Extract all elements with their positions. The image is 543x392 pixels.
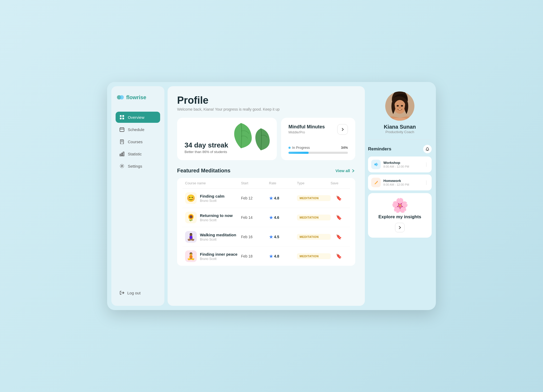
sidebar-courses-label: Courses (128, 140, 143, 144)
type-badge: MEDITATION (297, 215, 331, 220)
logo: flowrise (116, 94, 160, 101)
reminder-workshop: Workshop 8:00 AM - 12:00 PM ⋮ (368, 156, 432, 172)
bell-button[interactable] (423, 145, 432, 153)
course-card-header: Mindful Minutes Middle/Pro (288, 124, 348, 135)
streak-subtext: Better than 86% of students (185, 150, 228, 154)
course-cell: 😊 Finding calm Bruno Scott (185, 192, 241, 204)
course-info: Mindful Minutes Middle/Pro (288, 124, 325, 134)
star-icon: ★ (269, 234, 273, 239)
current-course-card: Mindful Minutes Middle/Pro In Progress (281, 118, 355, 160)
course-cell: 🧘🏾‍♀️ Walking meditation Bruno Scott (185, 231, 241, 243)
rate-cell: ★ 4.8 (269, 254, 297, 259)
settings-icon (119, 163, 125, 169)
reminders-title: Reminders (368, 146, 391, 152)
sidebar-item-courses[interactable]: Courses (116, 136, 160, 147)
progress-status: In Progress (288, 146, 310, 150)
course-name-text: Finding calm (200, 194, 225, 198)
svg-point-15 (121, 165, 123, 167)
svg-rect-4 (120, 118, 122, 120)
table-row: 🧘 Finding inner peace Bruno Scott Feb 18… (182, 247, 350, 266)
sidebar-item-settings[interactable]: Settings (116, 160, 160, 172)
course-name-info: Finding calm Bruno Scott (200, 194, 225, 203)
course-navigate-button[interactable] (337, 124, 348, 135)
svg-marker-24 (374, 163, 377, 166)
logout-button[interactable]: Log out (116, 287, 160, 298)
grid-icon (119, 115, 125, 120)
insights-navigate-button[interactable] (395, 223, 405, 232)
col-start: Start (241, 181, 269, 185)
course-instructor: Bruno Scott (200, 238, 236, 241)
bookmark-button[interactable]: 🔖 (336, 253, 342, 259)
bookmark-button[interactable]: 🔖 (336, 195, 342, 201)
avatar-image (385, 92, 414, 121)
course-emoji-1: 🌻 (185, 212, 197, 223)
workshop-time: 8:00 AM - 12:00 PM (383, 165, 422, 168)
svg-point-21 (401, 105, 403, 107)
col-type: Type (297, 181, 331, 185)
course-name-text: Walking meditation (200, 233, 236, 237)
flower-icon: 🌸 (391, 198, 409, 212)
course-name-info: Finding inner peace Bruno Scott (200, 252, 238, 261)
rate-cell: ★ 4.8 (269, 196, 297, 201)
app-container: flowrise Overview (107, 82, 436, 310)
sidebar-overview-label: Overview (128, 115, 144, 120)
course-emoji-0: 😊 (185, 192, 197, 204)
view-all-label: View all (335, 168, 350, 173)
user-role: Productivity Coach (386, 130, 414, 134)
svg-point-20 (397, 105, 399, 107)
svg-rect-12 (120, 154, 121, 156)
svg-rect-2 (120, 115, 122, 117)
star-icon: ★ (269, 215, 273, 220)
homework-info: Homework 8:00 AM - 12:00 PM (383, 179, 422, 186)
insights-title: Explore my insights (378, 214, 421, 220)
workshop-info: Workshop 8:00 AM - 12:00 PM (383, 161, 422, 168)
sidebar-item-statistic[interactable]: Statistic (116, 148, 160, 159)
progress-fill (288, 152, 309, 154)
bookmark-button[interactable]: 🔖 (336, 215, 342, 220)
sidebar-statistic-label: Statistic (128, 152, 142, 156)
sidebar-settings-label: Settings (128, 164, 142, 168)
book-icon (119, 139, 125, 144)
streak-value: 34 day streak (185, 141, 228, 149)
col-rate: Rate (269, 181, 297, 185)
top-cards: 34 day streak Better than 86% of student… (177, 118, 355, 160)
progress-label-row: In Progress 34% (288, 146, 348, 150)
course-emoji-3: 🧘 (185, 250, 197, 262)
homework-menu-button[interactable]: ⋮ (424, 180, 428, 185)
homework-name: Homework (383, 179, 422, 183)
col-save: Save (331, 181, 347, 185)
course-instructor: Bruno Scott (200, 218, 233, 222)
meditations-title: Featured Meditations (177, 168, 230, 174)
rate-value: 4.6 (274, 215, 279, 220)
rate-value: 4.8 (274, 254, 279, 258)
rate-value: 4.8 (274, 196, 279, 200)
view-all-button[interactable]: View all (335, 168, 355, 173)
speaker-icon (374, 162, 378, 167)
user-name: Kiana Sunan (384, 124, 416, 130)
logo-icon (117, 94, 124, 101)
chevron-right-icon (351, 169, 355, 173)
table-row: 😊 Finding calm Bruno Scott Feb 12 ★ 4.8 … (182, 189, 350, 208)
course-name-info: Walking meditation Bruno Scott (200, 233, 236, 241)
progress-label: In Progress (292, 146, 310, 150)
brand-name: flowrise (126, 94, 146, 101)
sidebar-item-overview[interactable]: Overview (116, 112, 160, 123)
bookmark-button[interactable]: 🔖 (336, 234, 342, 240)
svg-point-1 (120, 95, 124, 99)
course-cell: 🧘 Finding inner peace Bruno Scott (185, 250, 241, 262)
course-name-info: Returning to now Bruno Scott (200, 213, 233, 222)
small-leaf-icon (250, 127, 272, 151)
start-date: Feb 12 (241, 196, 269, 200)
reminder-homework: Homework 8:00 AM - 12:00 PM ⋮ (368, 175, 432, 190)
start-date: Feb 16 (241, 235, 269, 239)
sidebar: flowrise Overview (111, 86, 164, 306)
star-icon: ★ (269, 254, 273, 259)
svg-point-19 (394, 100, 406, 114)
sidebar-item-schedule[interactable]: Schedule (116, 124, 160, 135)
homework-icon-box (371, 178, 381, 187)
nav-list: Overview Schedule (116, 112, 160, 287)
course-emoji-2: 🧘🏾‍♀️ (185, 231, 197, 243)
sidebar-schedule-label: Schedule (128, 127, 144, 132)
workshop-menu-button[interactable]: ⋮ (424, 162, 428, 167)
page-title: Profile (177, 95, 355, 106)
